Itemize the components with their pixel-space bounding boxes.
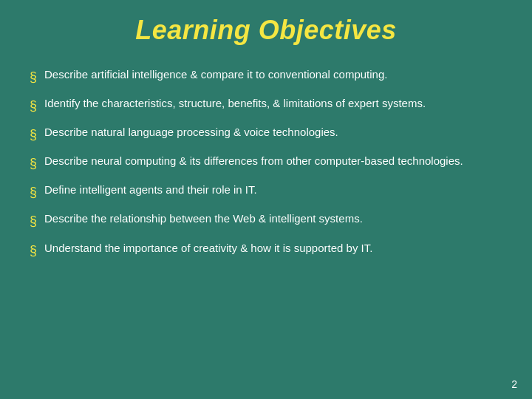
bullet-icon: § bbox=[30, 211, 37, 231]
objective-text: Describe the relationship between the We… bbox=[44, 211, 502, 227]
bullet-icon: § bbox=[30, 154, 37, 173]
list-item: §Define intelligent agents and their rol… bbox=[30, 177, 502, 206]
bullet-icon: § bbox=[30, 183, 37, 202]
list-item: §Describe artificial intelligence & comp… bbox=[30, 62, 502, 91]
page-number: 2 bbox=[511, 378, 517, 390]
list-item: §Identify the characteristics, structure… bbox=[30, 91, 502, 120]
list-item: §Understand the importance of creativity… bbox=[30, 236, 502, 265]
page-title: Learning Objectives bbox=[135, 15, 397, 46]
list-item: §Describe natural language processing & … bbox=[30, 120, 502, 149]
bullet-icon: § bbox=[30, 241, 37, 260]
objective-text: Define intelligent agents and their role… bbox=[44, 182, 502, 198]
list-item: §Describe neural computing & its differe… bbox=[30, 149, 502, 177]
bullet-icon: § bbox=[30, 67, 37, 86]
objective-text: Understand the importance of creativity … bbox=[44, 240, 502, 256]
objectives-list: §Describe artificial intelligence & comp… bbox=[30, 62, 502, 265]
objective-text: Describe neural computing & its differen… bbox=[44, 153, 502, 169]
bullet-icon: § bbox=[30, 125, 37, 144]
objective-text: Identify the characteristics, structure,… bbox=[44, 95, 502, 112]
bullet-icon: § bbox=[30, 96, 37, 115]
objective-text: Describe artificial intelligence & compa… bbox=[44, 66, 502, 83]
objective-text: Describe natural language processing & v… bbox=[44, 124, 502, 140]
list-item: §Describe the relationship between the W… bbox=[30, 206, 502, 235]
